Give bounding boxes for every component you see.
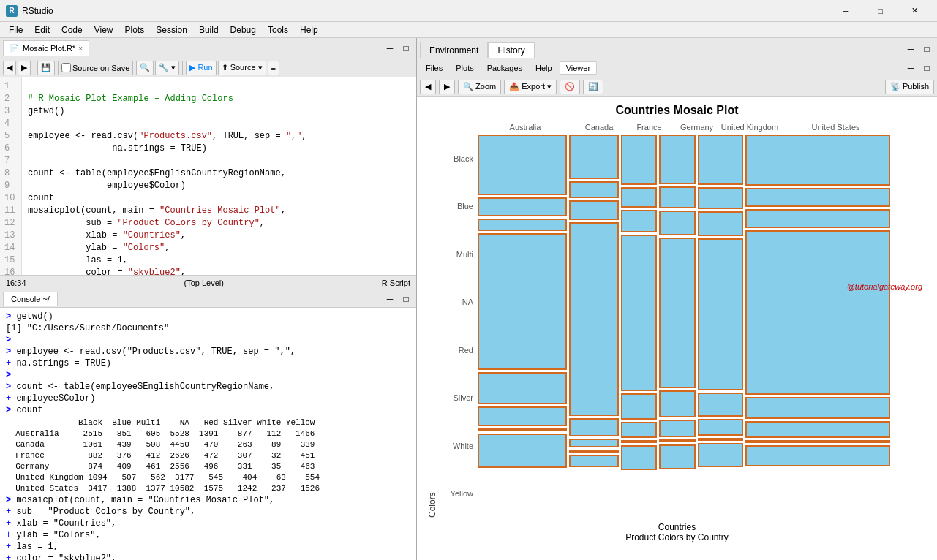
- mosaic-cell-united-states-black: [745, 135, 890, 186]
- refresh-button[interactable]: 🔄: [583, 80, 603, 94]
- console-minimize-btn[interactable]: ─: [383, 292, 397, 306]
- mosaic-cell-australia-na: [478, 233, 567, 370]
- console-line: + employee$Color): [6, 393, 410, 404]
- editor-minimize-btn[interactable]: ─: [383, 41, 397, 56]
- mosaic-cell-united-kingdom-na: [698, 238, 743, 390]
- close-button[interactable]: ✕: [898, 0, 931, 22]
- menu-file[interactable]: File: [3, 23, 29, 37]
- mosaic-cell-australia-multi: [478, 219, 567, 231]
- redo-button[interactable]: ▶: [18, 61, 31, 75]
- console-line: [1] "C:/Users/Suresh/Documents": [6, 322, 410, 334]
- col-header-germany: Germany: [673, 123, 720, 132]
- options-button[interactable]: ≡: [268, 61, 279, 75]
- run-button[interactable]: ▶ Run: [186, 61, 216, 75]
- forward-button[interactable]: ▶: [439, 80, 455, 94]
- save-button[interactable]: 💾: [37, 61, 55, 75]
- console-panel: Console ~/ ─ □ > getwd() [1] "C:/Users/S…: [0, 290, 416, 560]
- row-label-red: Red: [437, 346, 473, 355]
- console-tab[interactable]: Console ~/: [3, 292, 58, 306]
- console-line: > mosaicplot(count, main = "Countries Mo…: [6, 494, 410, 506]
- tab-environment[interactable]: Environment: [420, 42, 488, 58]
- mosaic-cell-united-kingdom-silver: [698, 419, 743, 436]
- console-maximize-btn[interactable]: □: [399, 292, 413, 306]
- tab-help[interactable]: Help: [530, 62, 558, 74]
- search-button[interactable]: 🔍: [136, 61, 154, 75]
- source-on-save-checkbox[interactable]: [61, 63, 71, 72]
- viewer-tabs: Files Plots Packages Help Viewer ─ □: [417, 58, 937, 77]
- plot-subtitle: Product Colors by Country: [625, 532, 729, 542]
- tab-plots[interactable]: Plots: [450, 62, 479, 74]
- tab-packages[interactable]: Packages: [481, 62, 528, 74]
- tab-history[interactable]: History: [488, 42, 534, 58]
- source-on-save-label[interactable]: Source on Save: [61, 63, 129, 72]
- publish-button[interactable]: 📡 Publish: [885, 80, 934, 94]
- tab-close-icon[interactable]: ×: [78, 45, 83, 53]
- mosaic-cell-canada-white: [569, 450, 619, 453]
- row-label-white: White: [437, 442, 473, 450]
- row-label-multi: Multi: [437, 250, 473, 259]
- tab-viewer[interactable]: Viewer: [560, 61, 597, 75]
- menu-edit[interactable]: Edit: [29, 23, 56, 37]
- mosaic-cell-united-kingdom-blue: [698, 187, 743, 209]
- export-button[interactable]: 📤 Export ▾: [504, 80, 557, 94]
- menu-code[interactable]: Code: [56, 23, 89, 37]
- mosaic-cell-canada-multi: [569, 200, 619, 220]
- mosaic-cell-australia-silver: [478, 406, 567, 426]
- mosaic-cell-united-states-na: [745, 230, 890, 395]
- menu-plots[interactable]: Plots: [119, 23, 151, 37]
- titlebar: R RStudio ─ □ ✕: [0, 0, 937, 22]
- console-output[interactable]: > getwd() [1] "C:/Users/Suresh/Documents…: [0, 308, 416, 560]
- back-button[interactable]: ◀: [420, 80, 436, 94]
- mosaic-cell-australia-white: [478, 428, 567, 431]
- menu-view[interactable]: View: [89, 23, 119, 37]
- viewer-maximize-btn[interactable]: □: [919, 61, 934, 75]
- plot-title: Countries Mosaic Plot: [615, 104, 738, 117]
- menu-session[interactable]: Session: [150, 23, 193, 37]
- minimize-button[interactable]: ─: [829, 0, 862, 22]
- zoom-button[interactable]: 🔍 Zoom: [458, 80, 501, 94]
- mosaic-cell-france-blue: [621, 187, 657, 208]
- editor-tabs: 📄 Mosaic Plot.R* × ─ □: [0, 38, 416, 58]
- separator-4: [182, 61, 183, 75]
- editor-tab-mosaic[interactable]: 📄 Mosaic Plot.R* ×: [3, 40, 89, 56]
- mosaic-cells: [478, 135, 930, 471]
- menu-tools[interactable]: Tools: [262, 23, 294, 37]
- viewer-toolbar: ◀ ▶ 🔍 Zoom 📤 Export ▾ 🚫 🔄 📡 Publish: [417, 77, 937, 97]
- maximize-button[interactable]: □: [864, 0, 897, 22]
- code-tools-button[interactable]: 🔧 ▾: [155, 61, 179, 75]
- row-label-black: Black: [437, 154, 473, 163]
- count-label: count: [16, 405, 42, 415]
- mosaic-cell-france-black: [621, 135, 657, 185]
- console-line: > count: [6, 404, 410, 416]
- right-minimize-btn[interactable]: ─: [903, 42, 918, 56]
- mosaic-cell-australia-red: [478, 372, 567, 404]
- mosaic-cell-germany-blue: [659, 186, 696, 208]
- editor-maximize-btn[interactable]: □: [399, 41, 413, 56]
- console-line: > employee <- read.csv("Products.csv", T…: [6, 346, 410, 357]
- mosaic-cell-united-states-yellow: [745, 445, 890, 466]
- mosaic-cell-france-multi: [621, 210, 657, 232]
- console-line: + las = 1,: [6, 541, 410, 553]
- x-axis-label: Countries: [625, 522, 729, 532]
- mosaic-cell-germany-yellow: [659, 444, 696, 469]
- tab-files[interactable]: Files: [420, 62, 448, 74]
- code-editor[interactable]: 12345678910111213141516 # R Mosaic Plot …: [0, 77, 416, 275]
- menu-help[interactable]: Help: [294, 23, 324, 37]
- mosaic-cell-united-kingdom-red: [698, 393, 743, 417]
- viewer-minimize-btn[interactable]: ─: [903, 61, 918, 75]
- clear-button[interactable]: 🚫: [560, 80, 580, 94]
- console-line: + xlab = "Countries",: [6, 518, 410, 529]
- menubar: File Edit Code View Plots Session Build …: [0, 22, 937, 38]
- app-title: RStudio: [22, 6, 829, 16]
- left-panel: 📄 Mosaic Plot.R* × ─ □ ◀ ▶ 💾 Source on S…: [0, 38, 417, 560]
- undo-button[interactable]: ◀: [3, 61, 16, 75]
- code-text[interactable]: # R Mosaic Plot Example – Adding Colors …: [22, 77, 416, 275]
- separator-1: [34, 61, 34, 75]
- menu-debug[interactable]: Debug: [225, 23, 262, 37]
- right-maximize-btn[interactable]: □: [919, 42, 934, 56]
- cursor-position: 16:34: [6, 279, 26, 287]
- menu-build[interactable]: Build: [193, 23, 225, 37]
- source-button[interactable]: ⬆ Source ▾: [218, 61, 266, 75]
- mosaic-cell-canada-na: [569, 222, 619, 416]
- mosaic-cell-united-kingdom-black: [698, 135, 743, 185]
